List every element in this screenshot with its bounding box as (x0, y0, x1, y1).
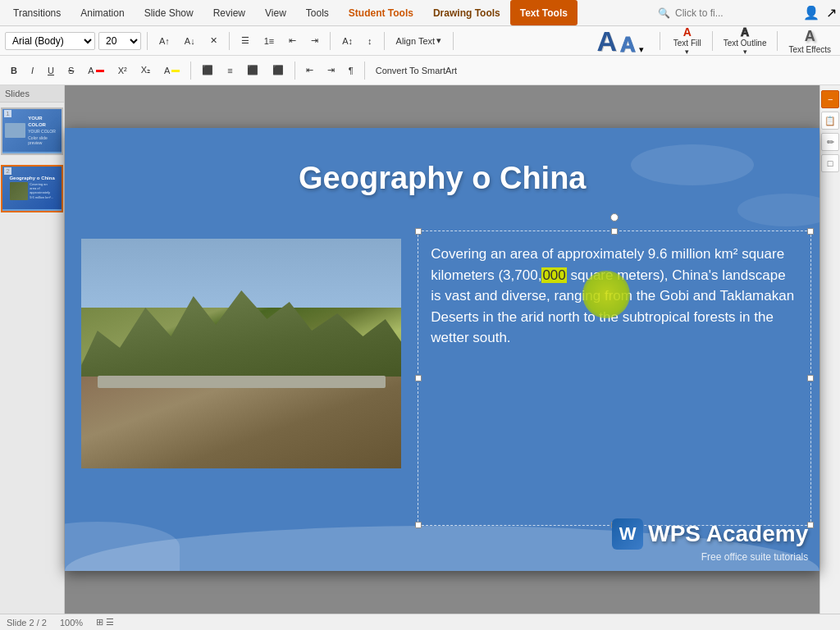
search-icon: 🔍 (658, 7, 670, 19)
decrease-indent-btn[interactable]: ⇤ (283, 32, 302, 49)
superscript-btn[interactable]: X² (112, 62, 133, 79)
bullets-btn[interactable]: ☰ (235, 32, 255, 49)
handle-tm[interactable] (611, 228, 618, 235)
tab-view[interactable]: View (255, 0, 296, 25)
decrease-list-level-btn[interactable]: ⇤ (300, 62, 319, 79)
slide2-img (10, 182, 28, 200)
slide2-content: Geography o China Covering an area of ap… (2, 167, 62, 209)
toolbar-row1: Arial (Body) 20 A↑ A↓ ✕ ☰ 1≡ ⇤ ⇥ A↕ ↕ Al… (0, 26, 840, 56)
tab-transitions[interactable]: Transitions (3, 0, 71, 25)
highlight-btn[interactable]: A (158, 62, 185, 79)
main-area: Slides 1 YOUR COLOR YOUR COLOR Color sli… (0, 85, 840, 614)
italic-btn[interactable]: I (25, 62, 39, 79)
sep4 (384, 32, 385, 50)
big-a-solid: A (596, 27, 617, 55)
slide2-text: Covering an area of approximately 9.6 mi… (30, 182, 54, 200)
tab-drawing-tools[interactable]: Drawing Tools (423, 0, 510, 25)
font-size-select[interactable]: 20 (98, 32, 141, 50)
handle-br[interactable] (807, 522, 814, 528)
big-a-outline: A (620, 34, 636, 55)
align-left-btn[interactable]: ⬛ (196, 62, 219, 79)
increase-indent-btn[interactable]: ⇥ (305, 32, 324, 49)
sep2 (229, 32, 230, 50)
handle-tr[interactable] (807, 228, 814, 235)
text-effects-btn[interactable]: A Text Effects (784, 26, 835, 56)
handle-mr[interactable] (807, 375, 814, 381)
convert-smartart-btn[interactable]: Convert To SmartArt (370, 62, 463, 79)
sep1 (147, 32, 148, 50)
decrease-font-btn[interactable]: A↓ (179, 33, 201, 49)
a-size-dropdown[interactable]: ▾ (639, 44, 644, 55)
tab-tools[interactable]: Tools (296, 0, 339, 25)
justify-btn[interactable]: ⬛ (267, 62, 290, 79)
slide1-text: YOUR COLOR YOUR COLOR Color slide previe… (28, 116, 59, 145)
font-color-btn[interactable]: A (82, 62, 109, 79)
text-direction-btn[interactable]: A↕ (336, 33, 358, 49)
tab-bar: Transitions Animation Slide Show Review … (0, 0, 840, 26)
handle-bl[interactable] (415, 522, 422, 528)
slide-title: Geography o China (65, 161, 819, 196)
numbering-btn[interactable]: 1≡ (258, 33, 281, 49)
wall-structure (98, 376, 386, 388)
rotate-handle[interactable] (610, 213, 619, 221)
handle-ml[interactable] (415, 375, 422, 381)
right-panel: − 📋 ✏ □ (819, 85, 840, 614)
view-icons: ⊞ ☰ (96, 617, 114, 628)
sep-row2-1 (190, 62, 191, 80)
slide-thumb-2[interactable]: 2 Geography o China Covering an area of … (1, 165, 63, 212)
align-center-btn[interactable]: ≡ (221, 62, 238, 79)
slide2-body: Covering an area of approximately 9.6 mi… (10, 182, 54, 200)
cursor-highlight (582, 271, 630, 318)
wps-subtitle: Free office suite tutorials (701, 551, 809, 563)
slides-label: Slides (0, 85, 64, 103)
tab-animation[interactable]: Animation (71, 0, 134, 25)
right-tool-pencil[interactable]: ✏ (821, 133, 839, 151)
tab-icons-right: 👤 ↗ (803, 5, 837, 21)
right-tool-rect[interactable]: □ (821, 154, 839, 172)
clear-format-btn[interactable]: ✕ (204, 32, 223, 49)
canvas-area: Geography o China (65, 85, 819, 614)
slide1-content: YOUR COLOR YOUR COLOR Color slide previe… (2, 109, 62, 152)
slide2-title: Geography o China (9, 176, 54, 180)
text-fill-btn[interactable]: A Text Fill ▾ (669, 24, 705, 57)
font-family-select[interactable]: Arial (Body) (5, 32, 95, 50)
paragraph-settings-btn[interactable]: ¶ (343, 62, 359, 79)
account-icon[interactable]: 👤 (803, 5, 819, 21)
increase-font-btn[interactable]: A↑ (153, 33, 176, 49)
tab-student-tools[interactable]: Student Tools (339, 0, 423, 25)
slide1-img (5, 123, 25, 138)
zoom-info: 100% (60, 618, 83, 628)
subscript-btn[interactable]: X₂ (135, 62, 156, 79)
search-area: 🔍 (658, 7, 798, 19)
slide-textbox[interactable]: Covering an area of approximately 9.6 mi… (418, 231, 811, 526)
handle-tl[interactable] (415, 228, 422, 235)
tab-text-tools[interactable]: Text Tools (510, 0, 578, 25)
underline-btn[interactable]: U (42, 62, 60, 79)
cloud-bottom-2 (65, 522, 180, 571)
bottom-bar: Slide 2 / 2 100% ⊞ ☰ (0, 614, 840, 630)
line-spacing-btn[interactable]: ↕ (362, 33, 378, 49)
bold-btn[interactable]: B (5, 62, 23, 79)
wps-w-icon: W (612, 518, 643, 550)
wps-logo-row: W WPS Academy (612, 518, 808, 550)
slide-num-1: 1 (4, 110, 11, 117)
share-icon[interactable]: ↗ (826, 5, 837, 21)
right-tool-copy[interactable]: 📋 (821, 112, 839, 130)
slide-canvas: Geography o China (65, 128, 819, 571)
tab-review[interactable]: Review (203, 0, 255, 25)
strikethrough-btn[interactable]: S (62, 62, 80, 79)
sep-row2-3 (364, 62, 365, 80)
sep3 (330, 32, 331, 50)
slide-thumb-1[interactable]: 1 YOUR COLOR YOUR COLOR Color slide prev… (1, 107, 63, 155)
cloud-mid-right (737, 194, 819, 226)
right-tool-minus[interactable]: − (821, 90, 839, 108)
align-right-btn[interactable]: ⬛ (241, 62, 264, 79)
tab-slideshow[interactable]: Slide Show (135, 0, 203, 25)
search-input[interactable] (675, 7, 798, 19)
wps-academy-text: WPS Academy (648, 521, 808, 547)
toolbar-row2: B I U S A X² X₂ A ⬛ ≡ ⬛ ⬛ ⇤ ⇥ ¶ Convert … (0, 56, 840, 85)
text-outline-btn[interactable]: A Text Outline ▾ (719, 24, 771, 57)
align-text-btn[interactable]: Align Text ▾ (390, 32, 448, 49)
increase-list-level-btn[interactable]: ⇥ (322, 62, 340, 79)
highlighted-text: 000 (541, 267, 566, 283)
